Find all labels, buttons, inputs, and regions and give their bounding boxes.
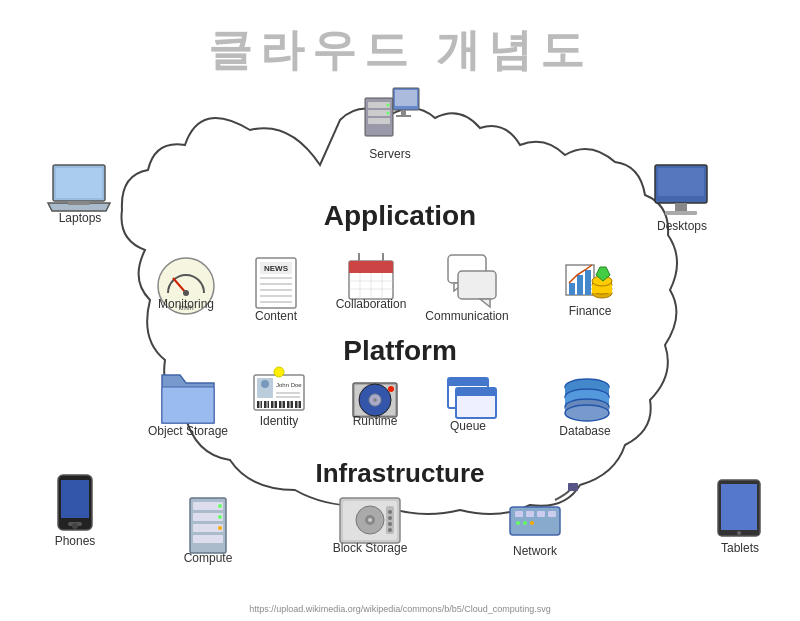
runtime-icon <box>353 383 397 417</box>
svg-rect-24 <box>349 267 393 273</box>
svg-rect-37 <box>569 283 575 295</box>
svg-text:John Doe: John Doe <box>276 382 302 388</box>
svg-rect-121 <box>721 484 757 530</box>
phones-icon <box>58 475 92 530</box>
svg-text:NEWS: NEWS <box>264 264 289 273</box>
finance-icon <box>566 265 612 298</box>
svg-rect-74 <box>456 388 496 396</box>
svg-point-81 <box>565 405 609 421</box>
svg-rect-3 <box>368 118 390 124</box>
page-title: 클라우드 개념도 <box>208 25 592 74</box>
svg-point-107 <box>530 521 534 525</box>
svg-rect-114 <box>675 203 687 211</box>
svg-rect-39 <box>585 270 591 295</box>
svg-rect-103 <box>537 511 545 517</box>
queue-icon <box>448 378 496 418</box>
communication-label: Communication <box>425 309 508 323</box>
svg-point-89 <box>218 526 222 530</box>
database-label: Database <box>559 424 611 438</box>
svg-rect-8 <box>401 110 406 115</box>
compute-icon <box>190 498 226 553</box>
svg-rect-7 <box>395 90 417 106</box>
infrastructure-label: Infrastructure <box>315 458 484 488</box>
svg-point-98 <box>388 522 392 526</box>
svg-point-12 <box>183 290 189 296</box>
svg-point-119 <box>72 523 78 529</box>
content-icon: NEWS <box>256 258 296 308</box>
svg-point-122 <box>737 531 741 535</box>
identity-label: Identity <box>260 414 299 428</box>
svg-point-69 <box>373 398 377 402</box>
servers-label: Servers <box>369 147 410 161</box>
content-label: Content <box>255 309 298 323</box>
object-storage-label: Object Storage <box>148 424 228 438</box>
svg-point-97 <box>388 516 392 520</box>
svg-point-64 <box>274 367 284 377</box>
phones-label: Phones <box>55 534 96 548</box>
svg-point-94 <box>368 518 372 522</box>
svg-rect-101 <box>515 511 523 517</box>
runtime-label: Runtime <box>353 414 398 428</box>
desktops-label: Desktops <box>657 219 707 233</box>
compute-label: Compute <box>184 551 233 565</box>
svg-point-88 <box>218 515 222 519</box>
svg-rect-115 <box>665 211 697 215</box>
svg-rect-9 <box>396 115 411 117</box>
svg-rect-108 <box>568 483 578 491</box>
svg-rect-38 <box>577 275 583 295</box>
monitoring-label: Monitoring <box>158 297 214 311</box>
queue-label: Queue <box>450 419 486 433</box>
svg-rect-102 <box>526 511 534 517</box>
laptops-label: Laptops <box>59 211 102 225</box>
attribution-text: https://upload.wikimedia.org/wikipedia/c… <box>249 604 551 614</box>
block-storage-icon <box>340 498 400 543</box>
laptops-icon <box>48 165 110 211</box>
block-storage-label: Block Storage <box>333 541 408 555</box>
svg-rect-104 <box>548 511 556 517</box>
database-icon <box>565 379 609 421</box>
tablets-label: Tablets <box>721 541 759 555</box>
svg-point-48 <box>261 380 269 388</box>
svg-rect-72 <box>448 378 488 386</box>
svg-point-96 <box>388 510 392 514</box>
network-label: Network <box>513 544 558 558</box>
svg-point-99 <box>388 528 392 532</box>
svg-rect-86 <box>193 535 223 543</box>
svg-point-4 <box>387 104 390 107</box>
svg-rect-34 <box>458 271 496 299</box>
finance-label: Finance <box>569 304 612 318</box>
svg-point-70 <box>388 386 394 392</box>
application-label: Application <box>324 200 476 231</box>
svg-rect-110 <box>56 168 102 198</box>
svg-point-105 <box>516 521 520 525</box>
svg-point-106 <box>523 521 527 525</box>
svg-point-87 <box>218 504 222 508</box>
svg-point-5 <box>387 112 390 115</box>
platform-label: Platform <box>343 335 457 366</box>
tablets-icon <box>718 480 760 536</box>
svg-rect-113 <box>658 168 704 196</box>
svg-rect-117 <box>61 480 89 518</box>
collaboration-label: Collaboration <box>336 297 407 311</box>
svg-rect-111 <box>68 201 90 205</box>
